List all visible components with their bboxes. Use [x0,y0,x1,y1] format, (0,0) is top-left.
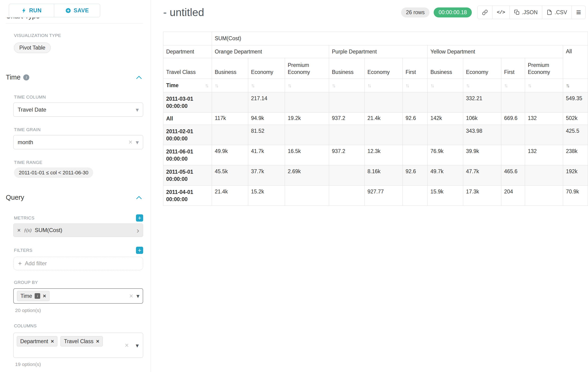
metric-name: SUM(Cost) [35,227,62,234]
chip-label: Time [21,293,32,299]
sort-icon[interactable]: ↑↓ [504,83,508,88]
menu-button[interactable]: ≡ [571,6,586,19]
value-cell [403,186,428,206]
remove-icon[interactable]: × [96,339,99,344]
chevron-up-icon[interactable] [136,196,142,200]
travel-class-header-cell: Business [329,58,365,79]
value-cell: 204 [501,186,525,206]
value-cell: 465.6 [501,165,525,186]
add-filter-control[interactable]: + Add filter [13,257,143,270]
groupby-chip-time[interactable]: Time i × [17,291,50,301]
sort-header-cell[interactable]: ↑↓ [463,79,501,92]
value-cell: 425.5 [563,125,588,145]
value-cell: 81.52 [248,125,285,145]
caret-down-icon: ▾ [136,107,139,113]
remove-icon[interactable]: × [51,339,54,344]
corner-cell [163,32,212,45]
caret-down-icon: ▾ [136,139,139,145]
remove-metric-icon[interactable]: × [17,227,21,233]
query-section-header[interactable]: Query [6,194,143,201]
value-cell: 16.5k [285,145,329,165]
sort-icon[interactable]: ↑↓ [466,83,470,88]
sort-icon[interactable]: ↑↓ [332,83,336,88]
time-range-chip[interactable]: 2011-01-01 ≤ col < 2011-06-30 [14,167,93,178]
clear-icon[interactable]: × [125,342,129,349]
visualization-type-chip[interactable]: Pivot Table [14,43,51,53]
value-cell [403,92,428,113]
value-cell: 21.4k [365,113,403,125]
code-icon: </> [497,10,505,15]
value-cell: 15.9k [428,186,463,206]
clear-icon[interactable]: × [128,139,133,146]
sort-icon[interactable]: ↑↓ [288,83,292,88]
bolt-icon [21,8,27,13]
sort-icon[interactable]: ↑↓ [406,83,410,88]
department-label-cell: Department [163,45,212,58]
time-grain-value: month [18,139,33,146]
run-button[interactable]: RUN [9,4,54,17]
columns-chip-department[interactable]: Department × [17,336,57,346]
save-button[interactable]: SAVE [54,4,100,17]
sort-header-cell[interactable]: ↑↓ [212,79,248,92]
metrics-label: METRICS [14,215,34,221]
sort-header-cell[interactable]: ↑↓ [365,79,403,92]
add-metric-button[interactable]: + [136,214,143,222]
row-count-badge: 26 rows [401,7,430,17]
sort-row: Time ↑↓ ↑↓↑↓↑↓↑↓↑↓↑↓↑↓↑↓↑↓↑↓↑↓ [163,79,588,92]
columns-select[interactable]: Department × Travel Class × × ▾ [13,333,143,358]
travel-class-label-cell: Travel Class [163,58,212,79]
time-column-label: TIME COLUMN [14,95,143,100]
sort-header-cell[interactable]: ↑↓ [428,79,463,92]
value-cell: 12.3k [365,145,403,165]
sort-icon[interactable]: ↑↓ [205,83,209,89]
sort-header-cell[interactable]: ↑↓ [403,79,428,92]
run-label: RUN [29,7,42,14]
controls: VISUALIZATION TYPE Pivot Table Time i TI… [6,23,143,372]
value-cell: 192k [563,165,588,186]
chevron-up-icon[interactable] [136,75,142,79]
value-cell: 238k [563,145,588,165]
column-info-icon[interactable]: i [35,293,40,299]
sort-header-cell[interactable]: ↑↓ [285,79,329,92]
value-cell: 2.69k [285,165,329,186]
row-header-cell: 2011-03-01 00:00:00 [163,92,212,113]
sort-header-cell[interactable]: ↑↓ [329,79,365,92]
time-sort-cell[interactable]: Time ↑↓ [163,79,212,92]
time-grain-select[interactable]: month × ▾ [13,135,143,149]
value-cell: 549.35 [563,92,588,113]
pivot-data-row: 2011-03-01 00:00:00217.14332.21549.35 [163,92,588,113]
embed-code-button[interactable]: </> [492,6,510,19]
remove-icon[interactable]: × [43,293,46,299]
caret-right-icon[interactable]: › [137,226,139,234]
export-csv-button[interactable]: .CSV [542,6,572,19]
value-cell [525,186,563,206]
sort-icon[interactable]: ↑↓ [430,83,434,88]
row-header-cell: 2011-04-01 00:00:00 [163,186,212,206]
add-filter-button[interactable]: + [136,247,143,254]
sort-icon[interactable]: ↑↓ [566,83,570,88]
groupby-select[interactable]: Time i × × ▾ [13,288,143,304]
value-cell: 937.2 [329,113,365,125]
sort-header-cell[interactable]: ↑↓ [248,79,285,92]
copy-link-button[interactable] [477,6,493,19]
columns-chip-travel-class[interactable]: Travel Class × [60,336,103,346]
sort-icon[interactable]: ↑↓ [251,83,255,88]
sort-header-cell[interactable]: ↑↓ [501,79,525,92]
sort-header-cell[interactable]: ↑↓ [563,79,588,92]
sort-header-cell[interactable]: ↑↓ [525,79,563,92]
value-cell: 92.6 [403,165,428,186]
time-column-select[interactable]: Travel Date ▾ [13,103,143,117]
sort-icon[interactable]: ↑↓ [368,83,371,88]
sort-icon[interactable]: ↑↓ [215,83,219,88]
sort-icon[interactable]: ↑↓ [528,83,532,88]
fx-icon: ƒ(x) [24,228,31,233]
run-save-bar: RUN SAVE [0,0,151,18]
value-cell [285,186,329,206]
export-json-button[interactable]: .JSON [509,6,542,19]
clear-icon[interactable]: × [129,293,133,299]
metric-pill[interactable]: × ƒ(x) SUM(Cost) › [13,223,143,237]
row-header-cell: 2011-06-01 00:00:00 [163,145,212,165]
value-cell: 927.77 [365,186,403,206]
time-section-header[interactable]: Time i [6,74,143,81]
department-header-cell: Yellow Department [428,45,563,58]
